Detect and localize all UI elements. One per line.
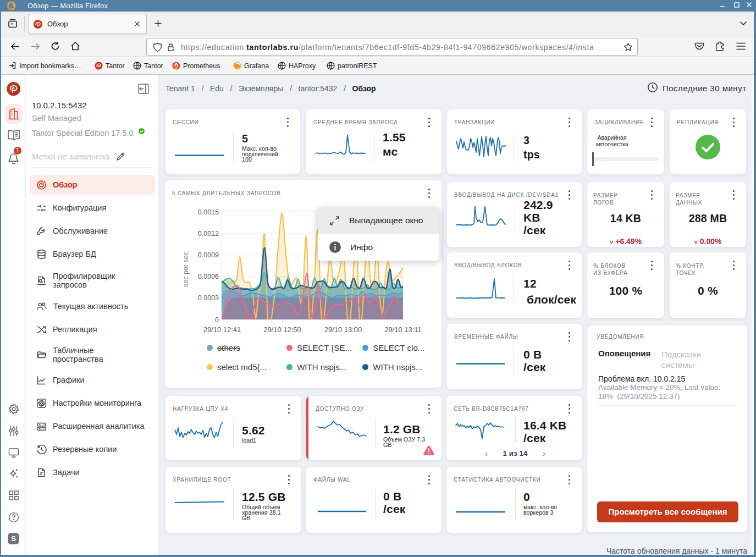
svg-text:0.0006: 0.0006 <box>198 273 219 280</box>
svg-text:0: 0 <box>215 316 219 324</box>
svg-text:29/10 12:41: 29/10 12:41 <box>203 326 241 334</box>
svg-text:sec per sec: sec per sec <box>182 252 190 287</box>
svg-text:0.0009: 0.0009 <box>198 251 219 259</box>
svg-text:0.0012: 0.0012 <box>198 230 219 238</box>
svg-text:29/10 12:50: 29/10 12:50 <box>263 326 301 334</box>
svg-text:29/10 13:11: 29/10 13:11 <box>384 326 422 334</box>
svg-text:0.0003: 0.0003 <box>198 294 219 302</box>
svg-text:0.0015: 0.0015 <box>198 208 219 216</box>
svg-text:29/10 13:00: 29/10 13:00 <box>324 326 362 334</box>
